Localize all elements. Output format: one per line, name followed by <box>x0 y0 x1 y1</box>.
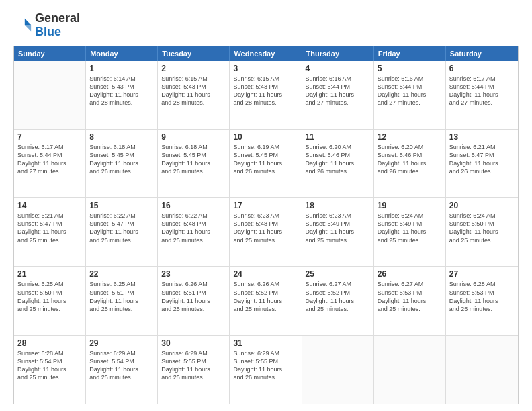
calendar-cell: 9Sunrise: 6:18 AMSunset: 5:45 PMDaylight… <box>158 130 230 197</box>
calendar-cell: 22Sunrise: 6:25 AMSunset: 5:51 PMDayligh… <box>86 267 158 334</box>
daylight-line1: Daylight: 11 hours <box>378 91 442 99</box>
daylight-line2: and 25 minutes. <box>306 305 370 313</box>
calendar-cell: 10Sunrise: 6:19 AMSunset: 5:45 PMDayligh… <box>230 130 302 197</box>
sunset-text: Sunset: 5:51 PM <box>161 289 226 297</box>
daylight-line2: and 25 minutes. <box>17 305 82 313</box>
day-number: 10 <box>233 132 298 142</box>
day-number: 16 <box>161 201 226 210</box>
calendar-cell: 28Sunrise: 6:28 AMSunset: 5:54 PMDayligh… <box>14 336 86 404</box>
calendar-row: 14Sunrise: 6:21 AMSunset: 5:47 PMDayligh… <box>14 197 518 266</box>
day-number: 30 <box>161 338 226 348</box>
day-number: 5 <box>378 64 442 73</box>
day-number: 28 <box>17 338 82 348</box>
calendar-body: 1Sunrise: 6:14 AMSunset: 5:43 PMDaylight… <box>14 61 518 404</box>
daylight-line2: and 25 minutes. <box>233 305 298 313</box>
calendar-cell: 19Sunrise: 6:24 AMSunset: 5:49 PMDayligh… <box>374 198 446 266</box>
sunset-text: Sunset: 5:48 PM <box>161 220 226 228</box>
day-number: 6 <box>449 64 515 73</box>
sunset-text: Sunset: 5:45 PM <box>161 151 226 159</box>
sunrise-text: Sunrise: 6:29 AM <box>89 349 154 357</box>
sunset-text: Sunset: 5:44 PM <box>17 151 82 159</box>
day-number: 4 <box>306 64 370 73</box>
sunset-text: Sunset: 5:55 PM <box>161 357 226 365</box>
daylight-line1: Daylight: 11 hours <box>161 297 226 305</box>
daylight-line1: Daylight: 11 hours <box>233 91 298 99</box>
daylight-line2: and 26 minutes. <box>161 167 226 175</box>
calendar-cell <box>302 336 374 404</box>
calendar-cell: 16Sunrise: 6:22 AMSunset: 5:48 PMDayligh… <box>158 198 230 266</box>
daylight-line1: Daylight: 11 hours <box>233 228 298 236</box>
daylight-line2: and 27 minutes. <box>17 167 82 175</box>
daylight-line2: and 25 minutes. <box>161 236 226 244</box>
day-number: 14 <box>17 201 82 210</box>
sunset-text: Sunset: 5:46 PM <box>378 151 442 159</box>
sunrise-text: Sunrise: 6:23 AM <box>306 212 370 220</box>
sunset-text: Sunset: 5:43 PM <box>233 83 298 91</box>
daylight-line1: Daylight: 11 hours <box>161 228 226 236</box>
day-number: 7 <box>17 132 82 142</box>
daylight-line1: Daylight: 11 hours <box>378 228 442 236</box>
calendar-cell: 2Sunrise: 6:15 AMSunset: 5:43 PMDaylight… <box>158 61 230 129</box>
calendar-cell: 27Sunrise: 6:28 AMSunset: 5:53 PMDayligh… <box>446 267 518 334</box>
sunrise-text: Sunrise: 6:18 AM <box>89 143 154 151</box>
weekday-header: Thursday <box>302 46 374 61</box>
daylight-line1: Daylight: 11 hours <box>449 159 515 167</box>
daylight-line1: Daylight: 11 hours <box>233 365 298 373</box>
day-number: 23 <box>161 269 226 279</box>
sunset-text: Sunset: 5:50 PM <box>449 220 515 228</box>
daylight-line2: and 25 minutes. <box>161 373 226 381</box>
sunrise-text: Sunrise: 6:15 AM <box>233 75 298 83</box>
daylight-line2: and 25 minutes. <box>306 236 370 244</box>
sunset-text: Sunset: 5:52 PM <box>233 289 298 297</box>
sunrise-text: Sunrise: 6:27 AM <box>306 280 370 288</box>
day-number: 25 <box>306 269 370 279</box>
sunrise-text: Sunrise: 6:26 AM <box>233 280 298 288</box>
sunrise-text: Sunrise: 6:18 AM <box>161 143 226 151</box>
svg-marker-0 <box>25 19 31 25</box>
daylight-line2: and 25 minutes. <box>378 236 442 244</box>
daylight-line2: and 25 minutes. <box>378 305 442 313</box>
sunset-text: Sunset: 5:47 PM <box>17 220 82 228</box>
sunset-text: Sunset: 5:53 PM <box>378 289 442 297</box>
daylight-line2: and 25 minutes. <box>89 373 154 381</box>
sunrise-text: Sunrise: 6:21 AM <box>449 143 515 151</box>
weekday-header: Friday <box>374 46 446 61</box>
day-number: 29 <box>89 338 154 348</box>
calendar-cell: 26Sunrise: 6:27 AMSunset: 5:53 PMDayligh… <box>374 267 446 334</box>
sunset-text: Sunset: 5:54 PM <box>89 357 154 365</box>
calendar-row: 7Sunrise: 6:17 AMSunset: 5:44 PMDaylight… <box>14 129 518 197</box>
daylight-line2: and 25 minutes. <box>17 236 82 244</box>
daylight-line1: Daylight: 11 hours <box>306 228 370 236</box>
daylight-line2: and 26 minutes. <box>449 167 515 175</box>
sunrise-text: Sunrise: 6:27 AM <box>378 280 442 288</box>
day-number: 1 <box>89 64 154 73</box>
calendar-cell: 23Sunrise: 6:26 AMSunset: 5:51 PMDayligh… <box>158 267 230 334</box>
sunset-text: Sunset: 5:47 PM <box>449 151 515 159</box>
daylight-line2: and 26 minutes. <box>306 167 370 175</box>
sunrise-text: Sunrise: 6:22 AM <box>89 212 154 220</box>
calendar-cell: 17Sunrise: 6:23 AMSunset: 5:48 PMDayligh… <box>230 198 302 266</box>
daylight-line2: and 27 minutes. <box>449 99 515 107</box>
daylight-line1: Daylight: 11 hours <box>89 228 154 236</box>
daylight-line1: Daylight: 11 hours <box>306 91 370 99</box>
calendar-cell: 13Sunrise: 6:21 AMSunset: 5:47 PMDayligh… <box>446 130 518 197</box>
calendar-row: 1Sunrise: 6:14 AMSunset: 5:43 PMDaylight… <box>14 61 518 129</box>
daylight-line1: Daylight: 11 hours <box>378 159 442 167</box>
calendar-cell: 30Sunrise: 6:29 AMSunset: 5:55 PMDayligh… <box>158 336 230 404</box>
calendar-row: 21Sunrise: 6:25 AMSunset: 5:50 PMDayligh… <box>14 266 518 334</box>
day-number: 27 <box>449 269 515 279</box>
daylight-line2: and 26 minutes. <box>89 167 154 175</box>
daylight-line1: Daylight: 11 hours <box>306 297 370 305</box>
logo-text: General Blue <box>35 12 80 39</box>
day-number: 8 <box>89 132 154 142</box>
sunrise-text: Sunrise: 6:26 AM <box>161 280 226 288</box>
logo-blue: Blue <box>35 25 61 38</box>
calendar-cell: 15Sunrise: 6:22 AMSunset: 5:47 PMDayligh… <box>86 198 158 266</box>
daylight-line1: Daylight: 11 hours <box>449 91 515 99</box>
sunset-text: Sunset: 5:50 PM <box>17 289 82 297</box>
sunrise-text: Sunrise: 6:16 AM <box>378 75 442 83</box>
day-number: 31 <box>233 338 298 348</box>
day-number: 2 <box>161 64 226 73</box>
daylight-line1: Daylight: 11 hours <box>89 365 154 373</box>
day-number: 18 <box>306 201 370 210</box>
